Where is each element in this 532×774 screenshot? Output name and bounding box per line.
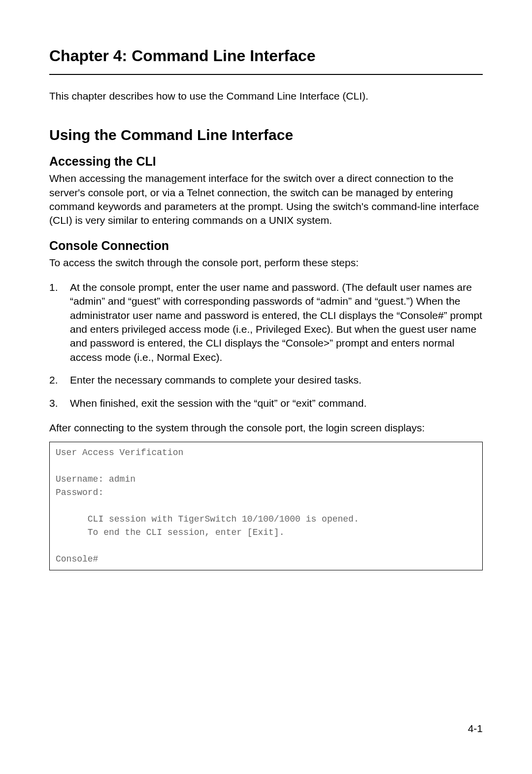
list-item: 1. At the console prompt, enter the user…	[49, 281, 483, 364]
page-number: 4-1	[468, 723, 483, 735]
code-block: User Access Verification Username: admin…	[49, 442, 483, 570]
intro-paragraph: This chapter describes how to use the Co…	[49, 89, 483, 103]
step-text: At the console prompt, enter the user na…	[70, 281, 483, 364]
step-number: 1.	[49, 281, 70, 364]
step-number: 2.	[49, 373, 70, 387]
section-title: Using the Command Line Interface	[49, 127, 483, 143]
chapter-title: Chapter 4: Command Line Interface	[49, 47, 483, 75]
list-item: 3. When finished, exit the session with …	[49, 396, 483, 410]
subsection-console-title: Console Connection	[49, 239, 483, 253]
console-steps-list: 1. At the console prompt, enter the user…	[49, 281, 483, 410]
subsection-accessing-title: Accessing the CLI	[49, 154, 483, 169]
subsection-accessing-body: When accessing the management interface …	[49, 172, 483, 227]
step-text: When finished, exit the session with the…	[70, 396, 483, 410]
subsection-console-body: To access the switch through the console…	[49, 256, 483, 270]
after-steps-text: After connecting to the system through t…	[49, 421, 483, 435]
step-number: 3.	[49, 396, 70, 410]
list-item: 2. Enter the necessary commands to compl…	[49, 373, 483, 387]
step-text: Enter the necessary commands to complete…	[70, 373, 483, 387]
